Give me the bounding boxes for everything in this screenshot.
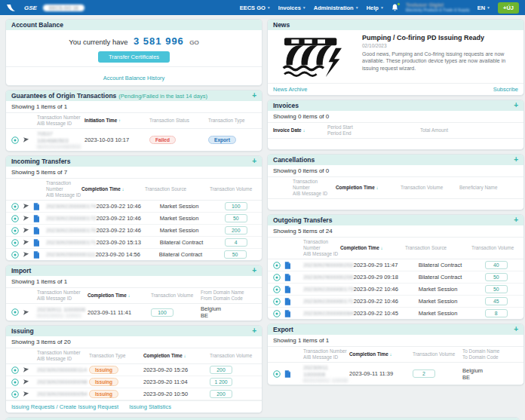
forward-arrow-icon[interactable] bbox=[23, 379, 29, 385]
user-menu[interactable]: Testuser Gigtel Electricity Produce & Tr… bbox=[406, 2, 470, 13]
view-details-icon[interactable] bbox=[273, 286, 281, 293]
news-date: 02/10/2023 bbox=[362, 43, 517, 48]
section-title: Guarantees of Origin Transactions bbox=[11, 92, 116, 100]
showing-count: Showing 5 items of 24 bbox=[268, 225, 523, 238]
expand-icon[interactable]: + bbox=[514, 102, 518, 109]
document-icon[interactable] bbox=[33, 251, 39, 259]
forward-arrow-icon[interactable] bbox=[23, 239, 29, 246]
document-icon[interactable] bbox=[284, 370, 290, 378]
export-card: Export+ Showing 1 items of 1 Transaction… bbox=[267, 323, 524, 385]
document-icon[interactable] bbox=[33, 227, 39, 235]
view-details-icon[interactable] bbox=[11, 227, 19, 235]
sort-header[interactable]: Completion Time ↓ bbox=[143, 353, 210, 360]
completion-time: 2023-09-11 11:39 bbox=[349, 370, 413, 377]
expand-icon[interactable]: + bbox=[514, 326, 518, 333]
table-row: 2023092200000174 2023-09-22 10:46 Market… bbox=[6, 201, 262, 213]
transaction-number-redacted: 20230911 10000088020230911 100008 bbox=[303, 364, 349, 383]
sort-header[interactable]: Completion Time ↓ bbox=[340, 245, 405, 252]
view-details-icon[interactable] bbox=[11, 391, 19, 398]
forward-arrow-icon[interactable] bbox=[23, 203, 29, 210]
type-badge: Issuing bbox=[89, 378, 118, 386]
issuing-card: Issuing+ Showing 3 items of 20 Transacti… bbox=[5, 325, 262, 413]
sort-header[interactable]: Completion Time ↓ bbox=[88, 293, 151, 299]
view-details-icon[interactable] bbox=[273, 262, 281, 269]
news-body-text: Good news, Pumping and Co-firing issuing… bbox=[362, 51, 517, 72]
expand-icon[interactable]: + bbox=[514, 216, 518, 224]
menu-help[interactable]: Help▼ bbox=[367, 5, 384, 11]
expand-icon[interactable]: + bbox=[252, 267, 256, 274]
view-details-icon[interactable] bbox=[11, 379, 19, 386]
forward-arrow-icon[interactable] bbox=[23, 227, 29, 234]
subscribe-link[interactable]: Subscribe bbox=[493, 86, 518, 93]
news-article-title[interactable]: Pumping / Co-firing PD Issuing Ready bbox=[362, 34, 517, 41]
transaction-source: Market Session bbox=[160, 203, 225, 210]
expand-icon[interactable]: + bbox=[252, 158, 256, 165]
table-row: 2023092200000171 2023-09-22 10:46 Market… bbox=[268, 296, 523, 308]
document-icon[interactable] bbox=[284, 298, 290, 305]
document-icon[interactable] bbox=[33, 215, 39, 222]
view-details-icon[interactable] bbox=[11, 136, 19, 144]
transaction-volume: 1 200 bbox=[210, 378, 232, 386]
view-details-icon[interactable] bbox=[273, 370, 281, 378]
sort-header[interactable]: Initiation Time ↑ bbox=[84, 118, 149, 124]
document-icon[interactable] bbox=[284, 262, 290, 269]
table-row: 2023092200000064 2023-09-22 10:45 Market… bbox=[268, 308, 523, 319]
sort-header[interactable]: Completion Time ↓ bbox=[349, 351, 413, 358]
view-details-icon[interactable] bbox=[11, 366, 19, 374]
forward-arrow-icon[interactable] bbox=[23, 309, 29, 316]
view-details-icon[interactable] bbox=[11, 203, 19, 210]
view-details-icon[interactable] bbox=[273, 274, 281, 281]
forward-arrow-icon[interactable] bbox=[23, 366, 29, 373]
view-details-icon[interactable] bbox=[273, 310, 281, 317]
table-row: 2023092000000111 2023-09-20 14:56 Bilate… bbox=[6, 249, 262, 260]
sort-header[interactable]: Completion Time ↓ bbox=[81, 186, 145, 193]
menu-invoices[interactable]: Invoices▼ bbox=[278, 5, 306, 11]
gse-logo[interactable]: GSE bbox=[6, 3, 37, 13]
completion-time: 2023-09-20 11:04 bbox=[143, 379, 210, 385]
view-details-icon[interactable] bbox=[273, 298, 281, 305]
showing-count: Showing 0 items of 0 bbox=[268, 165, 523, 177]
sort-header[interactable]: Invoice Date ↓ bbox=[273, 127, 327, 134]
view-details-icon[interactable] bbox=[11, 251, 19, 259]
news-archive-link[interactable]: News Archive bbox=[273, 86, 307, 93]
sort-header[interactable]: Completion Time ↓ bbox=[336, 185, 401, 192]
document-icon[interactable] bbox=[33, 239, 39, 247]
section-title: Account Balance bbox=[11, 21, 63, 29]
new-button[interactable]: +ÚJ bbox=[498, 2, 519, 14]
account-selector-pill[interactable]: EECS-GO 16 bbox=[43, 5, 84, 11]
menu-eecs-go[interactable]: EECS GO▼ bbox=[240, 5, 271, 11]
issuing-requests-link[interactable]: Issuing Requests / Create Issuing Reques… bbox=[11, 403, 118, 410]
expand-icon[interactable]: + bbox=[252, 92, 256, 100]
notifications-bell-icon[interactable] bbox=[391, 4, 398, 11]
sort-desc-icon: ↓ bbox=[122, 187, 124, 192]
expand-icon[interactable]: + bbox=[514, 156, 518, 164]
forward-arrow-icon[interactable] bbox=[23, 215, 29, 222]
forward-arrow-icon[interactable] bbox=[23, 391, 29, 397]
dam-illustration bbox=[274, 34, 355, 79]
transfer-certificates-button[interactable]: Transfer Certificates bbox=[98, 51, 170, 63]
account-balance-history-link[interactable]: Account Balance History bbox=[103, 75, 165, 81]
forward-arrow-icon[interactable] bbox=[23, 136, 29, 143]
from-domain-name: Belgium bbox=[201, 305, 256, 312]
expand-icon[interactable]: + bbox=[252, 327, 256, 335]
table-row: 2023092000000171 2023-09-20 15:13 Bilate… bbox=[6, 237, 262, 249]
showing-count: Showing 5 items of 7 bbox=[6, 167, 262, 179]
transaction-volume: 40 bbox=[485, 261, 508, 269]
document-icon[interactable] bbox=[284, 286, 290, 293]
document-icon[interactable] bbox=[284, 274, 290, 281]
view-details-icon[interactable] bbox=[11, 215, 19, 222]
view-details-icon[interactable] bbox=[11, 308, 19, 316]
language-selector[interactable]: EN▼ bbox=[477, 5, 490, 11]
transaction-number-redacted: 2023092200000173 bbox=[303, 286, 354, 293]
transaction-volume: 50 bbox=[485, 273, 508, 281]
view-details-icon[interactable] bbox=[11, 239, 19, 247]
document-icon[interactable] bbox=[33, 203, 39, 210]
transaction-volume: 50 bbox=[224, 250, 247, 259]
issuing-statistics-link[interactable]: Issuing Statistics bbox=[129, 403, 171, 410]
menu-administration[interactable]: Administration▼ bbox=[314, 5, 359, 11]
section-title: Incoming Transfers bbox=[11, 158, 70, 165]
sort-desc-icon: ↓ bbox=[128, 293, 130, 298]
transaction-source: Bilateral Contract bbox=[160, 239, 225, 246]
forward-arrow-icon[interactable] bbox=[23, 251, 29, 258]
document-icon[interactable] bbox=[284, 310, 290, 317]
